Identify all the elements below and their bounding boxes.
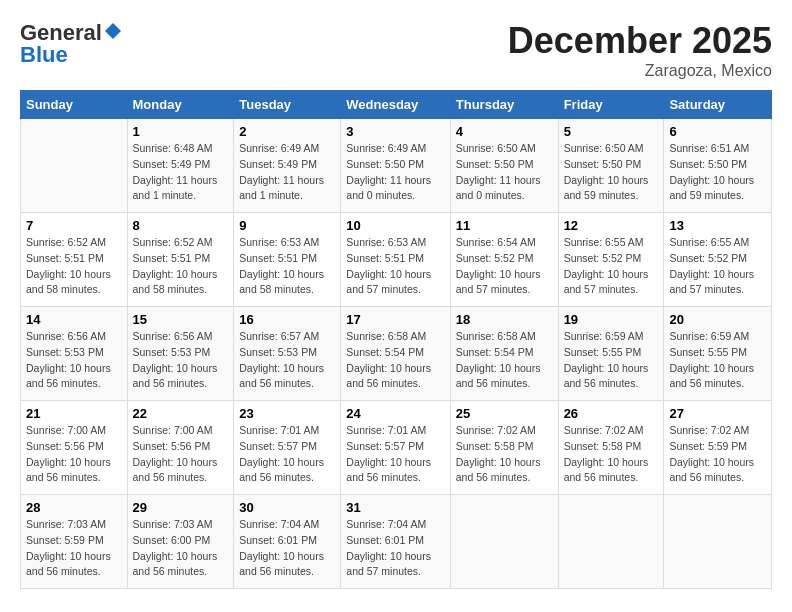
day-number: 28 xyxy=(26,500,122,515)
calendar-table: SundayMondayTuesdayWednesdayThursdayFrid… xyxy=(20,90,772,589)
day-cell: 13Sunrise: 6:55 AMSunset: 5:52 PMDayligh… xyxy=(664,213,772,307)
day-info: Sunrise: 6:53 AMSunset: 5:51 PMDaylight:… xyxy=(239,235,335,298)
day-info: Sunrise: 6:52 AMSunset: 5:51 PMDaylight:… xyxy=(133,235,229,298)
day-info: Sunrise: 6:53 AMSunset: 5:51 PMDaylight:… xyxy=(346,235,444,298)
day-info: Sunrise: 6:49 AMSunset: 5:49 PMDaylight:… xyxy=(239,141,335,204)
day-info: Sunrise: 7:02 AMSunset: 5:58 PMDaylight:… xyxy=(456,423,553,486)
col-header-monday: Monday xyxy=(127,91,234,119)
day-info: Sunrise: 6:58 AMSunset: 5:54 PMDaylight:… xyxy=(456,329,553,392)
col-header-sunday: Sunday xyxy=(21,91,128,119)
day-cell: 7Sunrise: 6:52 AMSunset: 5:51 PMDaylight… xyxy=(21,213,128,307)
day-cell: 24Sunrise: 7:01 AMSunset: 5:57 PMDayligh… xyxy=(341,401,450,495)
day-number: 30 xyxy=(239,500,335,515)
day-cell: 2Sunrise: 6:49 AMSunset: 5:49 PMDaylight… xyxy=(234,119,341,213)
day-number: 17 xyxy=(346,312,444,327)
day-cell: 28Sunrise: 7:03 AMSunset: 5:59 PMDayligh… xyxy=(21,495,128,589)
day-info: Sunrise: 6:56 AMSunset: 5:53 PMDaylight:… xyxy=(26,329,122,392)
day-number: 6 xyxy=(669,124,766,139)
day-cell: 14Sunrise: 6:56 AMSunset: 5:53 PMDayligh… xyxy=(21,307,128,401)
day-cell: 20Sunrise: 6:59 AMSunset: 5:55 PMDayligh… xyxy=(664,307,772,401)
day-info: Sunrise: 7:03 AMSunset: 5:59 PMDaylight:… xyxy=(26,517,122,580)
day-cell: 18Sunrise: 6:58 AMSunset: 5:54 PMDayligh… xyxy=(450,307,558,401)
day-cell: 30Sunrise: 7:04 AMSunset: 6:01 PMDayligh… xyxy=(234,495,341,589)
day-info: Sunrise: 6:59 AMSunset: 5:55 PMDaylight:… xyxy=(564,329,659,392)
day-number: 23 xyxy=(239,406,335,421)
day-cell: 25Sunrise: 7:02 AMSunset: 5:58 PMDayligh… xyxy=(450,401,558,495)
day-number: 20 xyxy=(669,312,766,327)
day-cell: 8Sunrise: 6:52 AMSunset: 5:51 PMDaylight… xyxy=(127,213,234,307)
day-number: 4 xyxy=(456,124,553,139)
day-number: 15 xyxy=(133,312,229,327)
day-number: 18 xyxy=(456,312,553,327)
logo: General Blue xyxy=(20,20,122,68)
day-number: 8 xyxy=(133,218,229,233)
day-number: 25 xyxy=(456,406,553,421)
day-cell: 21Sunrise: 7:00 AMSunset: 5:56 PMDayligh… xyxy=(21,401,128,495)
day-info: Sunrise: 7:04 AMSunset: 6:01 PMDaylight:… xyxy=(346,517,444,580)
day-info: Sunrise: 6:59 AMSunset: 5:55 PMDaylight:… xyxy=(669,329,766,392)
day-number: 2 xyxy=(239,124,335,139)
day-info: Sunrise: 6:48 AMSunset: 5:49 PMDaylight:… xyxy=(133,141,229,204)
day-number: 11 xyxy=(456,218,553,233)
day-number: 29 xyxy=(133,500,229,515)
calendar-header-row: SundayMondayTuesdayWednesdayThursdayFrid… xyxy=(21,91,772,119)
day-info: Sunrise: 6:56 AMSunset: 5:53 PMDaylight:… xyxy=(133,329,229,392)
day-number: 7 xyxy=(26,218,122,233)
day-cell xyxy=(21,119,128,213)
week-row-5: 28Sunrise: 7:03 AMSunset: 5:59 PMDayligh… xyxy=(21,495,772,589)
page-header: General Blue December 2025 Zaragoza, Mex… xyxy=(20,20,772,80)
month-title: December 2025 xyxy=(508,20,772,62)
day-info: Sunrise: 7:04 AMSunset: 6:01 PMDaylight:… xyxy=(239,517,335,580)
day-info: Sunrise: 6:50 AMSunset: 5:50 PMDaylight:… xyxy=(456,141,553,204)
logo-blue: Blue xyxy=(20,42,68,68)
day-number: 21 xyxy=(26,406,122,421)
day-cell: 3Sunrise: 6:49 AMSunset: 5:50 PMDaylight… xyxy=(341,119,450,213)
day-info: Sunrise: 6:55 AMSunset: 5:52 PMDaylight:… xyxy=(564,235,659,298)
day-cell xyxy=(558,495,664,589)
day-cell: 10Sunrise: 6:53 AMSunset: 5:51 PMDayligh… xyxy=(341,213,450,307)
day-cell: 16Sunrise: 6:57 AMSunset: 5:53 PMDayligh… xyxy=(234,307,341,401)
day-cell: 23Sunrise: 7:01 AMSunset: 5:57 PMDayligh… xyxy=(234,401,341,495)
day-number: 9 xyxy=(239,218,335,233)
day-info: Sunrise: 7:02 AMSunset: 5:58 PMDaylight:… xyxy=(564,423,659,486)
day-number: 5 xyxy=(564,124,659,139)
day-info: Sunrise: 7:00 AMSunset: 5:56 PMDaylight:… xyxy=(133,423,229,486)
day-number: 31 xyxy=(346,500,444,515)
day-info: Sunrise: 7:03 AMSunset: 6:00 PMDaylight:… xyxy=(133,517,229,580)
day-cell: 12Sunrise: 6:55 AMSunset: 5:52 PMDayligh… xyxy=(558,213,664,307)
day-info: Sunrise: 6:52 AMSunset: 5:51 PMDaylight:… xyxy=(26,235,122,298)
title-block: December 2025 Zaragoza, Mexico xyxy=(508,20,772,80)
day-cell: 5Sunrise: 6:50 AMSunset: 5:50 PMDaylight… xyxy=(558,119,664,213)
day-info: Sunrise: 7:00 AMSunset: 5:56 PMDaylight:… xyxy=(26,423,122,486)
day-cell: 22Sunrise: 7:00 AMSunset: 5:56 PMDayligh… xyxy=(127,401,234,495)
day-cell: 1Sunrise: 6:48 AMSunset: 5:49 PMDaylight… xyxy=(127,119,234,213)
day-number: 14 xyxy=(26,312,122,327)
day-info: Sunrise: 6:51 AMSunset: 5:50 PMDaylight:… xyxy=(669,141,766,204)
day-number: 24 xyxy=(346,406,444,421)
day-cell: 29Sunrise: 7:03 AMSunset: 6:00 PMDayligh… xyxy=(127,495,234,589)
day-cell xyxy=(450,495,558,589)
day-cell: 31Sunrise: 7:04 AMSunset: 6:01 PMDayligh… xyxy=(341,495,450,589)
day-cell: 4Sunrise: 6:50 AMSunset: 5:50 PMDaylight… xyxy=(450,119,558,213)
day-cell: 17Sunrise: 6:58 AMSunset: 5:54 PMDayligh… xyxy=(341,307,450,401)
day-cell: 6Sunrise: 6:51 AMSunset: 5:50 PMDaylight… xyxy=(664,119,772,213)
day-info: Sunrise: 7:01 AMSunset: 5:57 PMDaylight:… xyxy=(239,423,335,486)
day-number: 19 xyxy=(564,312,659,327)
week-row-3: 14Sunrise: 6:56 AMSunset: 5:53 PMDayligh… xyxy=(21,307,772,401)
day-info: Sunrise: 6:49 AMSunset: 5:50 PMDaylight:… xyxy=(346,141,444,204)
day-number: 26 xyxy=(564,406,659,421)
day-info: Sunrise: 6:50 AMSunset: 5:50 PMDaylight:… xyxy=(564,141,659,204)
day-number: 27 xyxy=(669,406,766,421)
col-header-wednesday: Wednesday xyxy=(341,91,450,119)
day-number: 16 xyxy=(239,312,335,327)
day-number: 10 xyxy=(346,218,444,233)
day-number: 13 xyxy=(669,218,766,233)
day-cell xyxy=(664,495,772,589)
day-number: 12 xyxy=(564,218,659,233)
week-row-4: 21Sunrise: 7:00 AMSunset: 5:56 PMDayligh… xyxy=(21,401,772,495)
logo-icon xyxy=(104,22,122,40)
day-info: Sunrise: 6:58 AMSunset: 5:54 PMDaylight:… xyxy=(346,329,444,392)
col-header-thursday: Thursday xyxy=(450,91,558,119)
svg-marker-0 xyxy=(105,23,121,39)
day-cell: 27Sunrise: 7:02 AMSunset: 5:59 PMDayligh… xyxy=(664,401,772,495)
